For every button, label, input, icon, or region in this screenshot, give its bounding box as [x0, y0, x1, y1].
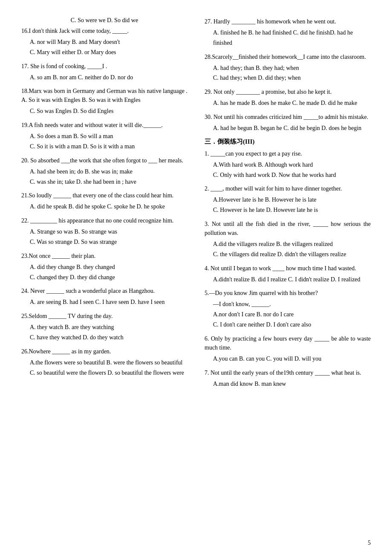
right-column: 27. Hardly ________ his homework when he…	[200, 17, 371, 393]
q30-text: 30. Not until his comrades criticized hi…	[205, 113, 371, 121]
q29-options: A. has he made B. does he make C. he mad…	[213, 98, 371, 108]
q27-options: A. finished he B. he had finished C. did…	[213, 28, 371, 48]
s3q5-text: 5.—Do you know Jim quarrel with his brot…	[205, 289, 371, 298]
q28-opt-row-1: A. had they; than B. they had; when	[213, 63, 371, 73]
q17-options: A. so am B. nor am C. neither do D. nor …	[30, 72, 187, 83]
q22-options: A. Strange so was B. So strange was C. W…	[30, 227, 187, 247]
s3q5-opt-row-3: C. I don't care neither D. I don't care …	[213, 320, 371, 330]
q21-text: 21.So loudly ______ that every one of th…	[21, 191, 187, 200]
section3-question-6: 6. Only by practicing a few hours every …	[205, 334, 371, 364]
question-25: 25.Seldom ______ TV during the day. A. t…	[21, 312, 187, 343]
section3-question-5: 5.—Do you know Jim quarrel with his brot…	[205, 289, 371, 330]
q19-text: 19.A fish needs water and without water …	[21, 121, 187, 130]
q28-text: 28.Scarcely__finished their homework__I …	[205, 52, 371, 61]
q21-options: A. did he speak B. did he spoke C. spoke…	[30, 202, 187, 212]
q23-opt-row-2: C. changed they D. they did change	[30, 272, 187, 283]
q28-options: A. had they; than B. they had; when C. h…	[213, 63, 371, 84]
q20-opt-row-1: A. had she been in; do B. she was in; ma…	[30, 167, 187, 177]
q29-opt-row-1: A. has he made B. does he make C. he mad…	[213, 98, 371, 108]
q19-options: A. So does a man B. So will a man C. So …	[30, 131, 187, 152]
q20-text: 20. So absorbed ___the work that she oft…	[21, 156, 187, 165]
q20-options: A. had she been in; do B. she was in; ma…	[30, 167, 187, 187]
two-column-layout: C. So were we D. So did we 16.I don't th…	[21, 17, 371, 393]
s3q5-options: —I don't know, ______. A.nor don't I car…	[213, 299, 371, 330]
q24-opt-row-1: A. are seeing B. had I seen C. I have se…	[30, 297, 187, 307]
question-20: 20. So absorbed ___the work that she oft…	[21, 156, 187, 187]
s3q1-opt-row-2: C. Only with hard work D. Now that he wo…	[213, 170, 371, 180]
q27-text: 27. Hardly ________ his homework when he…	[205, 17, 371, 26]
q26-text: 26.Nowhere ______ as in my garden.	[21, 347, 187, 356]
s3q4-options: A.didn't realize B. did I realize C. I d…	[213, 275, 371, 285]
q22-opt-row-2: C. Was so strange D. So was strange	[30, 237, 187, 247]
q28-opt-row-2: C. had they; when D. did they; when	[213, 73, 371, 83]
s3q1-text: 1. _____can you expect to get a pay rise…	[205, 149, 371, 158]
left-column: C. So were we D. So did we 16.I don't th…	[21, 17, 192, 393]
section3-question-4: 4. Not until I began to work ____ how mu…	[205, 264, 371, 285]
q23-text: 23.Not once ______ their plan.	[21, 251, 187, 260]
section3-question-7: 7. Not until the early years of the19th …	[205, 368, 371, 389]
question-22: 22. _________ his appearance that no one…	[21, 216, 187, 247]
q30-options: A. had he begun B. began he C. did he be…	[213, 123, 371, 133]
q23-options: A. did they change B. they changed C. ch…	[30, 262, 187, 283]
q26-opt-row-1: A.the flowers were so beautiful B. were …	[30, 358, 187, 368]
q25-options: A. they watch B. are they watching C. ha…	[30, 322, 187, 343]
s3q3-opt-row-2: C. the villagers did realize D. didn't t…	[213, 249, 371, 260]
q27-opt-row-1: A. finished he B. he had finished C. did…	[213, 28, 371, 48]
q25-opt-row-1: A. they watch B. are they watching	[30, 322, 187, 332]
q26-opt-row-2: C. so beautiful were the flowers D. so b…	[30, 368, 187, 378]
s3q5-opt-row-1: —I don't know, ______.	[213, 299, 371, 309]
q18-options: C. So was Engles D. So did Engles	[30, 106, 187, 116]
s3q7-options: A.man did know B. man knew	[213, 379, 371, 389]
q26-options: A.the flowers were so beautiful B. were …	[30, 358, 187, 378]
section3-question-1: 1. _____can you expect to get a pay rise…	[205, 149, 371, 180]
q16-options: A. nor will Mary B. and Mary doesn't C. …	[30, 37, 187, 58]
q29-text: 29. Not only ________ a promise, but als…	[205, 87, 371, 96]
s3q3-options: A.did the villagers realize B. the villa…	[213, 239, 371, 260]
q24-options: A. are seeing B. had I seen C. I have se…	[30, 297, 187, 307]
s3q6-opt-row-1: A.you can B. can you C. you will D. will…	[213, 354, 371, 364]
q19-opt-row-1: A. So does a man B. So will a man	[30, 131, 187, 142]
section3-question-3: 3. Not until all the fish died in the ri…	[205, 220, 371, 260]
question-29: 29. Not only ________ a promise, but als…	[205, 87, 371, 108]
question-30: 30. Not until his comrades criticized hi…	[205, 113, 371, 133]
q17-text: 17. She is fond of cooking, _____I .	[21, 62, 187, 71]
centered-options-c-d: C. So were we D. So did we	[21, 17, 187, 24]
question-18: 18.Marx was born in Germany and German w…	[21, 87, 187, 116]
q16-text: 16.I don't think Jack will come today, _…	[21, 26, 187, 35]
q22-opt-row-1: A. Strange so was B. So strange was	[30, 227, 187, 237]
q19-opt-row-2: C. So it is with a man D. So is it with …	[30, 142, 187, 152]
s3q4-opt-row-1: A.didn't realize B. did I realize C. I d…	[213, 275, 371, 285]
s3q7-text: 7. Not until the early years of the19th …	[205, 368, 371, 377]
question-21: 21.So loudly ______ that every one of th…	[21, 191, 187, 212]
q18-text: 18.Marx was born in Germany and German w…	[21, 87, 187, 104]
section-3-title: 三．倒装练习(III)	[205, 138, 371, 146]
question-19: 19.A fish needs water and without water …	[21, 121, 187, 152]
q18-opt-row-1: C. So was Engles D. So did Engles	[30, 106, 187, 116]
s3q5-opt-row-2: A.nor don't I care B. nor do I care	[213, 309, 371, 320]
q17-opt-row-1: A. so am B. nor am C. neither do D. nor …	[30, 72, 187, 83]
q24-text: 24. Never ______ such a wonderful place …	[21, 286, 187, 295]
q16-opt-row-2: C. Mary will either D. or Mary does	[30, 47, 187, 58]
q25-opt-row-2: C. have they watched D. do they watch	[30, 332, 187, 343]
s3q1-opt-row-1: A.With hard work B. Although work hard	[213, 160, 371, 170]
page-content: C. So were we D. So did we 16.I don't th…	[21, 17, 371, 393]
s3q7-opt-row-1: A.man did know B. man knew	[213, 379, 371, 389]
question-26: 26.Nowhere ______ as in my garden. A.the…	[21, 347, 187, 378]
s3q3-text: 3. Not until all the fish died in the ri…	[205, 220, 371, 237]
s3q3-opt-row-1: A.did the villagers realize B. the villa…	[213, 239, 371, 249]
s3q4-text: 4. Not until I began to work ____ how mu…	[205, 264, 371, 273]
q22-text: 22. _________ his appearance that no one…	[21, 216, 187, 225]
section3-question-2: 2. ____, mother will wait for him to hav…	[205, 184, 371, 215]
q23-opt-row-1: A. did they change B. they changed	[30, 262, 187, 272]
option-c-so-were: C. So were we D. So did we	[71, 17, 138, 23]
s3q2-opt-row-1: A.However late is he B. However he is la…	[213, 195, 371, 205]
s3q2-opt-row-2: C. However is he late D. However late he…	[213, 205, 371, 215]
q25-text: 25.Seldom ______ TV during the day.	[21, 312, 187, 321]
s3q6-text: 6. Only by practicing a few hours every …	[205, 334, 371, 352]
q16-opt-row-1: A. nor will Mary B. and Mary doesn't	[30, 37, 187, 47]
s3q2-text: 2. ____, mother will wait for him to hav…	[205, 184, 371, 193]
question-27: 27. Hardly ________ his homework when he…	[205, 17, 371, 48]
q30-opt-row-1: A. had he begun B. began he C. did he be…	[213, 123, 371, 133]
s3q6-options: A.you can B. can you C. you will D. will…	[213, 354, 371, 364]
question-16: 16.I don't think Jack will come today, _…	[21, 26, 187, 58]
